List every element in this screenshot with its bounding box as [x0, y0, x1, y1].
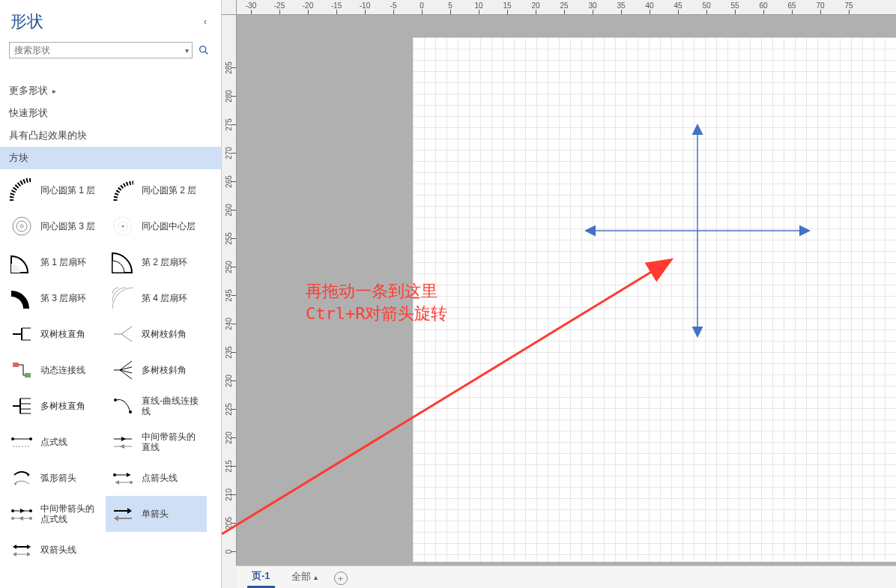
sidebar-title: 形状 — [10, 10, 200, 33]
mid-arrow-dotted-icon — [9, 501, 34, 527]
search-button[interactable] — [196, 42, 212, 58]
shape-multi-branch-diagonal[interactable]: 多树枝斜角 — [106, 352, 207, 388]
svg-marker-53 — [19, 516, 23, 521]
svg-line-13 — [121, 327, 132, 334]
add-page-button[interactable]: + — [334, 572, 348, 585]
mid-arrow-line-icon — [110, 429, 136, 455]
category-quick-shapes[interactable]: 快速形状 — [0, 102, 221, 124]
shape-dotted-line[interactable]: 点式线 — [4, 424, 106, 460]
annotation-text: 再拖动一条到这里 Ctrl+R对箭头旋转 — [306, 280, 447, 325]
shape-dot-arrow-line[interactable]: 点箭头线 — [106, 460, 207, 496]
svg-marker-57 — [114, 515, 118, 521]
page-tab-1[interactable]: 页-1 — [247, 565, 275, 588]
category-blocks[interactable]: 方块 — [0, 147, 221, 169]
category-list: 更多形状 ▸ 快速形状 具有凸起效果的块 方块 — [0, 67, 221, 169]
collapse-panel-button[interactable]: ‹ — [200, 16, 211, 27]
fan-4-icon — [110, 285, 136, 311]
svg-line-14 — [121, 334, 132, 342]
svg-rect-16 — [25, 373, 31, 378]
shape-concentric-1[interactable]: 同心圆第 1 层 — [4, 172, 106, 208]
shape-concentric-3[interactable]: 同心圆第 3 层 — [4, 208, 106, 244]
shape-fan-1[interactable]: 第 1 层扇环 — [4, 244, 106, 280]
branch-diagonal-icon — [110, 321, 136, 347]
svg-point-7 — [122, 225, 124, 228]
shape-fan-2[interactable]: 第 2 层扇环 — [106, 244, 207, 280]
single-arrow-icon — [110, 501, 136, 527]
svg-marker-63 — [27, 552, 31, 557]
chevron-right-icon: ▸ — [52, 87, 56, 95]
svg-marker-37 — [120, 444, 124, 449]
svg-marker-62 — [13, 552, 16, 557]
shape-multi-branch-right[interactable]: 多树枝直角 — [4, 388, 106, 424]
search-icon — [198, 44, 210, 56]
branch-right-angle-icon — [9, 321, 34, 347]
vertical-ruler: 0 205 210 215 220 225 230 235 240 245 25… — [222, 15, 237, 566]
svg-point-2 — [13, 217, 31, 235]
svg-marker-35 — [121, 437, 126, 441]
all-pages-tab[interactable]: 全部 ▴ — [287, 566, 322, 588]
canvas-area: -30 -25 -20 -15 -10 -5 0 5 10 15 20 25 3… — [222, 0, 896, 588]
fan-1-icon — [9, 249, 34, 275]
shapes-list[interactable]: 同心圆第 1 层 同心圆第 2 层 同心圆第 3 层 同心圆中心层 — [0, 169, 221, 588]
fan-2-icon — [110, 249, 136, 275]
shape-line-curve-connector[interactable]: 直线-曲线连接线 — [106, 388, 207, 424]
horizontal-ruler: -30 -25 -20 -15 -10 -5 0 5 10 15 20 25 3… — [237, 0, 896, 15]
drawn-arrows[interactable] — [578, 118, 817, 343]
concentric-3-icon — [9, 213, 34, 239]
search-dropdown-icon[interactable]: ▾ — [182, 46, 192, 55]
svg-marker-42 — [127, 473, 130, 477]
shape-fan-3[interactable]: 第 3 层扇环 — [4, 280, 106, 316]
shapes-panel: 形状 ‹ ▾ 更多形状 ▸ 快速形状 具有凸起效果的块 方块 — [0, 0, 222, 588]
shape-fan-4[interactable]: 第 4 层扇环 — [106, 280, 207, 316]
svg-point-0 — [200, 46, 206, 52]
shape-branch-diagonal[interactable]: 双树枝斜角 — [106, 316, 207, 352]
multi-branch-right-icon — [9, 393, 34, 419]
page-tabs-bar: 页-1 全部 ▴ + — [237, 566, 896, 588]
svg-marker-49 — [20, 509, 25, 513]
shape-arc-arrow[interactable]: 弧形箭头 — [4, 460, 106, 496]
svg-marker-59 — [13, 545, 16, 549]
more-shapes-item[interactable]: 更多形状 ▸ — [0, 79, 221, 102]
search-input[interactable] — [10, 45, 182, 55]
shape-dynamic-connector[interactable]: 动态连接线 — [4, 352, 106, 388]
shape-mid-arrow-line[interactable]: 中间带箭头的直线 — [106, 424, 207, 460]
shape-concentric-center[interactable]: 同心圆中心层 — [106, 208, 207, 244]
svg-point-4 — [20, 225, 23, 228]
concentric-2-icon — [110, 178, 136, 203]
shape-branch-right-angle[interactable]: 双树枝直角 — [4, 316, 106, 352]
shape-double-arrow-line[interactable]: 双箭头线 — [4, 532, 106, 568]
ruler-corner — [222, 0, 237, 15]
drawing-page[interactable] — [413, 37, 896, 562]
line-curve-connector-icon — [110, 393, 136, 419]
category-raised-blocks[interactable]: 具有凸起效果的块 — [0, 124, 221, 147]
svg-rect-15 — [13, 363, 19, 367]
chevron-up-icon: ▴ — [314, 573, 318, 581]
shape-single-arrow[interactable]: 单箭头 — [106, 496, 207, 532]
dynamic-connector-icon — [9, 357, 34, 383]
svg-point-3 — [16, 221, 27, 231]
svg-marker-55 — [127, 508, 132, 514]
search-box[interactable]: ▾ — [9, 42, 193, 58]
arc-arrow-icon — [9, 465, 34, 491]
more-shapes-label: 更多形状 — [9, 84, 48, 97]
multi-branch-diagonal-icon — [110, 357, 136, 383]
shape-mid-arrow-dotted[interactable]: 中间带箭头的点式线 — [4, 496, 106, 532]
concentric-1-icon — [9, 178, 34, 203]
svg-marker-60 — [27, 545, 31, 549]
dotted-line-icon — [9, 429, 34, 455]
dot-arrow-line-icon — [110, 465, 136, 491]
double-arrow-line-icon — [9, 537, 34, 563]
concentric-center-icon — [110, 213, 136, 239]
svg-marker-45 — [115, 480, 119, 485]
svg-line-1 — [205, 52, 208, 55]
fan-3-icon — [9, 285, 34, 311]
shape-concentric-2[interactable]: 同心圆第 2 层 — [106, 172, 207, 208]
